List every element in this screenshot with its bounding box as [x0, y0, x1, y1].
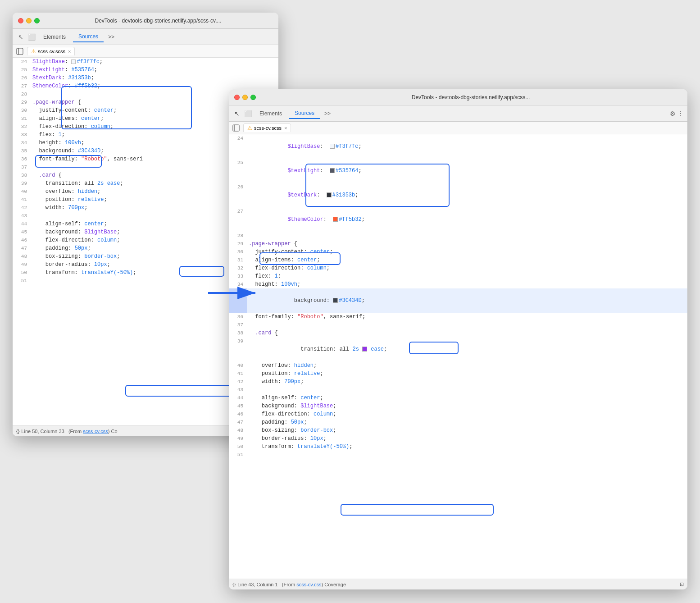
close-button-2[interactable]	[234, 95, 240, 100]
close-tab-2[interactable]: ×	[284, 125, 287, 131]
code-area-2: 24 $lightBase: #f3f7fc; 25 $textLight: #…	[229, 134, 687, 579]
status-link-1[interactable]: scss-cv.css	[83, 429, 108, 434]
table-row: 26 $textDark: #31353b;	[13, 74, 278, 82]
status-bar-2: {} Line 43, Column 1 (From scss-cv.css) …	[229, 579, 687, 589]
file-tab-1[interactable]: ⚠ scss-cv.scss ×	[27, 47, 75, 55]
file-tab-label-2: scss-cv.scss	[254, 125, 282, 131]
gear-icon[interactable]: ⚙	[670, 110, 676, 117]
svg-rect-2	[233, 125, 239, 131]
file-tabs-1: ⚠ scss-cv.scss ×	[13, 45, 278, 58]
table-row: 36 font-family: "Roboto", sans-serif;	[229, 313, 687, 321]
tab-elements-1[interactable]: Elements	[38, 32, 71, 42]
table-row: 30 justify-content: center;	[229, 248, 687, 256]
status-link-2[interactable]: scss-cv.css	[296, 582, 321, 587]
titlebar-2: DevTools - devtools-dbg-stories.netlify.…	[229, 89, 687, 105]
file-tabs-2: ⚠ scss-cv.scss ×	[229, 122, 687, 134]
dots-icon[interactable]: ⋮	[677, 110, 684, 117]
maximize-button-2[interactable]	[250, 95, 256, 100]
table-row: 34 height: 100vh;	[229, 280, 687, 288]
file-tab-2[interactable]: ⚠ scss-cv.scss ×	[243, 123, 291, 132]
file-tab-label-1: scss-cv.scss	[38, 49, 65, 54]
sidebar-toggle-1[interactable]	[15, 47, 24, 56]
table-row: 51	[229, 451, 687, 459]
status-brackets-1: {}	[16, 429, 19, 434]
table-row: 25 $textLight: #535764;	[229, 159, 687, 183]
table-row: 45 background: $lightBase;	[229, 402, 687, 410]
cursor-icon[interactable]: ↖	[16, 32, 25, 41]
status-text-2: Line 43, Column 1 (From scss-cv.css) Cov…	[237, 582, 346, 587]
table-row: 39 transition: all 2s ease;	[229, 337, 687, 361]
traffic-lights-2	[234, 95, 256, 100]
minimize-button-1[interactable]	[26, 18, 32, 23]
table-row: 48 box-sizing: border-box;	[229, 426, 687, 434]
tab-sources-1[interactable]: Sources	[73, 32, 104, 42]
warning-icon-2: ⚠	[247, 125, 252, 131]
inspect-icon-2[interactable]: ⬜	[243, 109, 252, 118]
warning-icon-1: ⚠	[31, 48, 36, 55]
devtools-window-2: DevTools - devtools-dbg-stories.netlify.…	[229, 89, 687, 589]
tab-more-1[interactable]: >>	[105, 33, 117, 41]
table-row: 40 overflow: hidden;	[229, 361, 687, 370]
titlebar-1: DevTools - devtools-dbg-stories.netlify.…	[13, 13, 278, 29]
traffic-lights-1	[18, 18, 40, 23]
cursor-icon-2[interactable]: ↖	[232, 109, 241, 118]
status-brackets-2: {}	[232, 582, 236, 587]
table-row: 29 .page-wrapper {	[229, 240, 687, 248]
status-text-1: Line 50, Column 33 (From scss-cv.css) Co	[21, 429, 117, 434]
table-row: 35 background: #3C434D;	[229, 288, 687, 313]
table-row: 49 border-radius: 10px;	[229, 434, 687, 443]
table-row: 38 .card {	[229, 329, 687, 337]
minimize-button-2[interactable]	[242, 95, 248, 100]
table-row: 41 position: relative;	[229, 370, 687, 378]
status-icon-right: ⊡	[680, 581, 684, 587]
table-row: 44 align-self: center;	[229, 394, 687, 402]
svg-rect-0	[17, 48, 23, 55]
table-row: 32 flex-direction: column;	[229, 264, 687, 272]
maximize-button-1[interactable]	[34, 18, 40, 23]
table-row: 42 width: 700px;	[229, 378, 687, 386]
sidebar-toggle-2[interactable]	[232, 123, 241, 132]
tab-elements-2[interactable]: Elements	[254, 109, 287, 119]
code-table-2: 24 $lightBase: #f3f7fc; 25 $textLight: #…	[229, 134, 687, 459]
devtools-tabs-1: ↖ ⬜ Elements Sources >>	[13, 29, 278, 45]
table-row: 46 flex-direction: column;	[229, 410, 687, 418]
tab-more-2[interactable]: >>	[322, 110, 333, 118]
table-row: 33 flex: 1;	[229, 272, 687, 280]
table-row: 26 $textDark: #31353b;	[229, 183, 687, 207]
table-row: 47 padding: 50px;	[229, 418, 687, 426]
window-title-2: DevTools - devtools-dbg-stories.netlify.…	[259, 94, 682, 100]
close-button-1[interactable]	[18, 18, 23, 23]
table-row: 27 $themeColor: #ff5b32;	[229, 207, 687, 232]
table-row: 31 align-items: center;	[229, 256, 687, 264]
devtools-tabs-2: ↖ ⬜ Elements Sources >> ⚙ ⋮	[229, 105, 687, 122]
table-row: 24 $lightBase: #f3f7fc;	[13, 58, 278, 66]
table-row: 24 $lightBase: #f3f7fc;	[229, 134, 687, 159]
window-title-1: DevTools - devtools-dbg-stories.netlify.…	[43, 18, 273, 24]
tab-sources-2[interactable]: Sources	[289, 108, 320, 119]
table-row: 25 $textLight: #535764;	[13, 66, 278, 74]
table-row: 50 transform: translateY(-50%);	[229, 443, 687, 451]
table-row: 37	[229, 321, 687, 329]
table-row: 28	[229, 232, 687, 240]
table-row: 43	[229, 386, 687, 394]
close-tab-1[interactable]: ×	[68, 49, 71, 54]
inspect-icon[interactable]: ⬜	[27, 32, 36, 41]
